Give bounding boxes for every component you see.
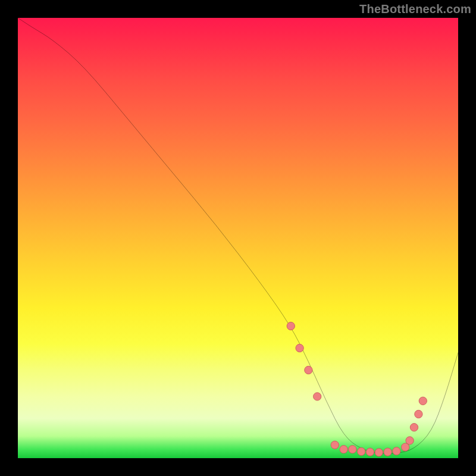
curve-marker [340,446,347,453]
curve-marker [287,322,295,330]
plot-area [18,18,458,458]
curve-marker [415,410,422,418]
curve-marker [393,447,400,455]
curve-marker [314,393,321,400]
curve-marker [305,366,312,374]
curve-marker [375,449,383,456]
bottleneck-curve [18,18,458,454]
curve-marker [331,441,339,449]
watermark-label: TheBottleneck.com [359,2,471,16]
curve-marker [406,437,414,444]
curve-marker [349,446,356,453]
curve-layer [18,18,458,458]
curve-marker [358,447,365,455]
curve-marker [410,424,418,431]
curve-marker [296,344,303,352]
curve-markers [287,322,427,456]
curve-marker [419,397,427,405]
curve-marker [384,448,392,456]
curve-marker [366,448,374,456]
chart-frame: TheBottleneck.com [0,0,476,476]
